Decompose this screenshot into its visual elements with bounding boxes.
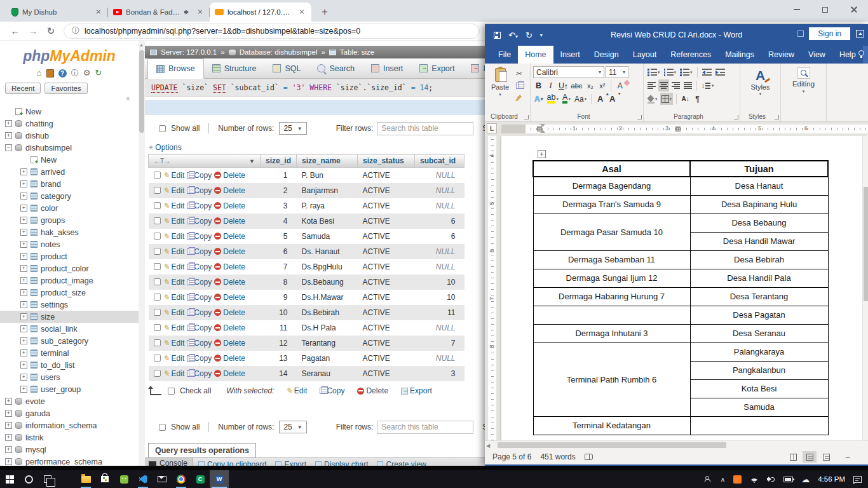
change-case-button[interactable]: Aa▾: [573, 93, 588, 105]
table-move-handle[interactable]: +: [538, 150, 546, 158]
doc-cell-tujuan[interactable]: Desa Pagatan: [690, 306, 828, 324]
styles-button[interactable]: A Styles ▾: [751, 66, 770, 97]
dialog-launcher-icon[interactable]: [734, 115, 738, 119]
edit-link[interactable]: ✎Edit: [163, 308, 185, 317]
collapse-all-icon[interactable]: «: [126, 95, 130, 102]
sidebar-item-terminal[interactable]: +terminal: [0, 347, 139, 359]
doc-cell-tujuan[interactable]: Samuda: [690, 398, 828, 416]
doc-cell-tujuan[interactable]: Kota Besi: [690, 379, 828, 398]
edit-link[interactable]: ✎Edit: [163, 354, 185, 363]
doc-cell-asal[interactable]: Terminal Kedatangan: [533, 416, 690, 435]
customize-qat-icon[interactable]: ▾: [540, 32, 543, 38]
ribbon-tab-references[interactable]: References: [663, 46, 718, 64]
doc-cell-tujuan[interactable]: Desa Bebirah: [690, 250, 828, 269]
sidebar-item-dishubsimpel[interactable]: −dishubsimpel: [0, 142, 139, 154]
justify-button[interactable]: [682, 79, 693, 92]
copy-link[interactable]: Copy: [187, 247, 212, 256]
expander-icon[interactable]: +: [20, 362, 27, 369]
copy-link[interactable]: Copy: [187, 308, 212, 317]
font-name-select[interactable]: Calibri▾: [533, 66, 604, 78]
redo-icon[interactable]: ↻: [526, 30, 532, 40]
rows-select[interactable]: 25▼: [279, 122, 306, 135]
bullets-button[interactable]: ▾: [646, 66, 661, 78]
ribbon-tab-file[interactable]: File: [491, 46, 518, 64]
doc-cell-tujuan[interactable]: Desa Seranau: [690, 324, 828, 342]
delete-link[interactable]: Delete: [214, 217, 245, 226]
doc-cell-tujuan[interactable]: Pangkalanbun: [690, 361, 828, 379]
taskbar-store[interactable]: [95, 470, 114, 488]
breadcrumb-server[interactable]: Server: 127.0.0.1: [161, 48, 217, 56]
expander-icon[interactable]: +: [20, 386, 27, 393]
expander-icon[interactable]: +: [20, 374, 27, 381]
web-layout-button[interactable]: [819, 451, 833, 463]
doc-cell-asal[interactable]: Dermaga Inhutani 3: [533, 324, 690, 342]
sidebar-item-new[interactable]: New: [0, 105, 139, 118]
align-left-button[interactable]: [646, 79, 657, 92]
row-checkbox[interactable]: [154, 355, 161, 362]
expander-icon[interactable]: +: [5, 434, 12, 441]
delete-link[interactable]: Delete: [214, 247, 245, 256]
forward-button[interactable]: →: [24, 25, 42, 36]
scrollbar-thumb[interactable]: [139, 50, 144, 133]
dialog-launcher-icon[interactable]: [524, 115, 529, 119]
expander-icon[interactable]: +: [20, 313, 27, 320]
pma-tab-sql[interactable]: SQL: [264, 58, 309, 78]
editing-button[interactable]: Editing: [792, 80, 815, 88]
expander-icon[interactable]: +: [20, 301, 27, 308]
first-line-indent-marker[interactable]: [540, 124, 545, 127]
delete-link[interactable]: Delete: [214, 354, 245, 363]
browser-tab[interactable]: Bondan & Fade 2 Black - Kita: [108, 3, 210, 22]
sidebar-item-settings[interactable]: +settings: [0, 299, 139, 311]
doc-cell-tujuan[interactable]: [690, 416, 828, 435]
refresh-icon[interactable]: ↻: [95, 69, 102, 78]
taskbar-mail[interactable]: [153, 470, 172, 488]
pma-tab-export[interactable]: Export: [411, 58, 463, 78]
sidebar-item-to_do_list[interactable]: +to_do_list: [0, 359, 139, 371]
taskbar-vscode[interactable]: [133, 470, 153, 488]
logout-icon[interactable]: [46, 69, 54, 78]
people-icon[interactable]: [705, 476, 712, 482]
help-icon[interactable]: ?: [58, 69, 67, 78]
doc-cell-asal[interactable]: Dermaga Sebamban 11: [533, 250, 690, 269]
sort-button[interactable]: A↓: [680, 93, 691, 105]
tab-selector[interactable]: L: [487, 123, 497, 133]
expander-icon[interactable]: +: [20, 253, 27, 260]
recent-button[interactable]: Recent: [5, 83, 41, 94]
edit-link[interactable]: ✎Edit: [163, 186, 185, 195]
expander-icon[interactable]: +: [20, 229, 27, 236]
doc-cell-asal[interactable]: Terminal Patih Rumbih 6: [533, 342, 690, 416]
wifi-icon[interactable]: [750, 476, 759, 483]
doc-cell-asal[interactable]: Dermaga Sungai Ijum 12: [533, 269, 690, 287]
xampp-icon[interactable]: [733, 475, 742, 484]
doc-header-cell[interactable]: Asal: [533, 161, 690, 177]
scroll-left-icon[interactable]: ◀: [486, 443, 490, 449]
options-toggle[interactable]: + Options: [149, 143, 182, 152]
subscript-button[interactable]: x₂: [585, 79, 595, 92]
expander-icon[interactable]: +: [20, 168, 27, 175]
docs-icon[interactable]: ⓘ: [71, 69, 79, 78]
sidebar-item-brand[interactable]: +brand: [0, 178, 139, 190]
document-horizontal-scrollbar[interactable]: ◀: [485, 440, 868, 449]
ribbon-display-options-icon[interactable]: [856, 30, 864, 37]
doc-cell-tujuan[interactable]: Desa Bebaung: [690, 214, 828, 232]
row-checkbox[interactable]: [154, 248, 161, 255]
edit-link[interactable]: ✎Edit: [163, 278, 185, 287]
doc-cell-asal[interactable]: Dermaga Habaring Hurung 7: [533, 287, 690, 306]
tray-expand-icon[interactable]: ∧: [721, 476, 725, 483]
delete-link[interactable]: Delete: [214, 339, 245, 348]
volume-icon[interactable]: [767, 476, 775, 483]
copy-link[interactable]: Copy: [187, 186, 212, 195]
scrollbar-thumb[interactable]: [864, 187, 868, 301]
taskbar-chrome[interactable]: [172, 470, 191, 488]
onedrive-icon[interactable]: ☁: [801, 475, 810, 484]
expander-icon[interactable]: +: [5, 410, 12, 417]
favorites-button[interactable]: Favorites: [44, 83, 87, 94]
copy-link[interactable]: Copy: [187, 369, 212, 378]
close-button[interactable]: [839, 0, 868, 19]
minimize-button[interactable]: [782, 0, 811, 19]
strikethrough-button[interactable]: abc: [570, 79, 584, 92]
taskbar-start[interactable]: [0, 470, 19, 488]
filter-input[interactable]: [377, 421, 473, 434]
ribbon-tab-insert[interactable]: Insert: [553, 46, 587, 64]
delete-link[interactable]: Delete: [214, 186, 245, 195]
